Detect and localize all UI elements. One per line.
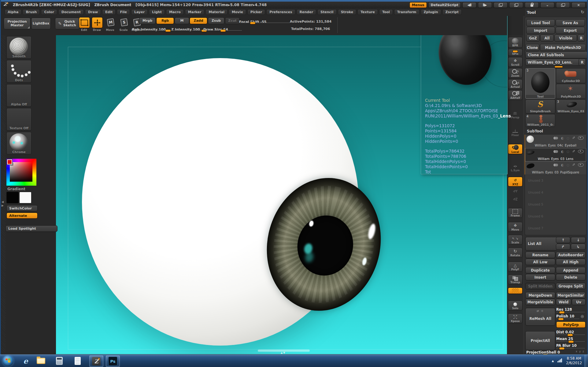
tray-close-arrow-icon[interactable]: ▶ [2,204,4,207]
append-button[interactable]: Append [556,267,586,273]
clone-all-subtools-button[interactable]: Clone All SubTools [525,51,588,58]
eye-icon[interactable] [578,163,584,167]
right-shelf-button[interactable]: x1 Actual [508,79,523,89]
rgb-button[interactable]: Rgb [156,17,174,24]
mrgb-button[interactable]: Mrgb [139,17,156,24]
draw-size-handle[interactable] [220,29,226,32]
menus-button[interactable]: Menus [409,2,427,8]
right-shelf-button[interactable]: Solo [508,301,523,310]
subtool-moveup-button[interactable]: ↱ [556,244,570,250]
right-shelf-button[interactable]: ↺ XYZ [508,177,523,187]
network-icon[interactable] [557,359,562,363]
zadd-button[interactable]: Zadd [190,17,207,24]
right-shelf-button[interactable]: Frame [508,208,523,218]
menu-item[interactable]: Preferences [266,9,295,15]
alternate-button[interactable]: Alternate [6,213,38,219]
menu-item[interactable]: Stroke [338,9,357,15]
arrange-windows-button[interactable] [494,2,508,8]
focal-shift-handle[interactable] [250,22,256,24]
switch-color-button[interactable]: SwitchColor [6,205,38,211]
right-shelf-button[interactable]: ↺Z [508,196,523,202]
taskbar-calculator[interactable] [53,355,66,366]
mergedown-button[interactable]: MergeDown [525,292,555,298]
tray-expand-icon[interactable]: ▲ [552,359,554,362]
zcut-button[interactable]: Zcut [225,17,240,24]
right-shelf-button[interactable]: Transp [508,275,523,284]
shelf-scroll-right-button[interactable]: ⫴▶ [478,2,492,8]
uv-button[interactable]: Uv [572,299,586,305]
scale-button[interactable]: S [119,17,128,27]
subtool-item[interactable]: ◐ ○ ✎ William_Eyes_04c_Eyeball [525,135,586,148]
taskbar-internet-explorer[interactable]: e [19,355,32,366]
taskbar-notepad[interactable] [71,355,84,366]
tray-open-arrow-icon[interactable]: ◀ [2,200,4,203]
polish-slider[interactable]: Polish 10 [556,314,579,320]
simplebrush-thumbnail[interactable]: S SimpleBrush [525,99,555,113]
halfvis-icon[interactable]: ◐ [561,163,564,167]
import-button[interactable]: Import [526,27,555,34]
current-brush-thumbnail[interactable]: Smooth [6,36,31,59]
eye-icon[interactable] [578,136,584,140]
gradient-label[interactable]: Gradient [7,187,25,191]
list-all-button[interactable]: List All [525,237,557,250]
menu-item[interactable]: Texture [357,9,378,15]
goz-visible-button[interactable]: Visible [554,35,577,42]
brush-icon[interactable]: ✎ [572,149,575,154]
taskbar-zbrush[interactable]: Z [89,355,103,367]
start-button[interactable] [2,355,13,366]
right-shelf-button[interactable]: Scale [508,235,523,245]
projection-master-button[interactable]: Projection Master [4,18,31,29]
menu-item[interactable]: Draw [85,9,101,15]
show-desktop-button[interactable] [585,355,588,367]
polypaint-icon[interactable] [553,150,558,153]
menu-item[interactable]: Stencil [317,9,337,15]
edit-button[interactable] [79,17,90,28]
subtool-movedown-button[interactable]: ↳ [571,244,586,250]
right-shelf-button[interactable]: ↖↗ ↙↘ Xpose [508,313,523,323]
left-tray-divider[interactable]: ◀ ▶ [1,35,6,354]
export-button[interactable]: Export [556,27,585,34]
mean-slider[interactable]: Mean 25 [556,337,585,343]
insert-button[interactable]: Insert [525,274,555,280]
load-spotlight-button[interactable]: Load Spotlight [6,225,57,232]
eyeball-model[interactable] [82,58,359,346]
polymesh3d-thumbnail[interactable]: ✶ PolyMesh3D [556,84,586,99]
subtool-item[interactable]: ◐ ○ ✎ Unused 5 [525,199,586,211]
pa-blur-slider[interactable]: PA Blur 10 [556,343,585,350]
menu-item[interactable]: Layer [131,9,148,15]
subtool-header[interactable]: SubTool [527,129,543,133]
right-shelf-button[interactable]: SPix [508,49,523,56]
right-shelf-button[interactable]: ⇅ Zoom [508,68,523,78]
draw-button[interactable] [92,17,103,28]
main-color-swatch[interactable] [6,192,19,203]
right-shelf-button[interactable]: BPR [508,37,523,48]
right-shelf-button[interactable]: △ PolyF [508,262,523,272]
menu-item[interactable]: Macro [166,9,184,15]
right-shelf-button[interactable]: Scroll [508,57,523,67]
polypaint-icon[interactable] [553,164,558,166]
rgb-intensity-handle[interactable] [165,29,171,32]
menu-item[interactable]: Color [41,9,57,15]
canvas-scroll-arrows-icon[interactable]: ▲▼ [281,351,286,354]
minimize-button[interactable]: ⌄ [540,2,554,8]
delete-button[interactable]: Delete [556,274,586,280]
menu-item[interactable]: Marker [185,9,205,15]
reset-icon[interactable]: ↻ [581,9,584,14]
menu-item[interactable]: Light [149,9,165,15]
cylinder3d-thumbnail[interactable]: Cylinder3D [556,68,586,83]
arrange-windows-button-2[interactable] [509,2,523,8]
duplicate-button[interactable]: Duplicate [525,267,555,273]
quick-sketch-button[interactable]: ✎ Quick Sketch [55,18,80,29]
menu-item[interactable]: Document [58,9,84,15]
active-tool-thumbnail[interactable]: 3 Tool [525,68,555,99]
vis-icon[interactable]: ○ [567,150,569,153]
goz-r-button[interactable]: R [578,35,585,42]
goz-button[interactable]: GoZ [526,35,540,42]
secondary-color-swatch[interactable] [19,192,31,203]
zsub-button[interactable]: Zsub [208,17,224,24]
william-2011-thumbnail[interactable]: 4 William_2011_0: [525,114,555,127]
current-texture-thumbnail[interactable]: Texture Off [6,108,31,131]
m-button[interactable]: M [175,17,189,24]
subtool-item[interactable]: ◐ ○ ✎ Unused 6 [525,211,586,223]
menu-item[interactable]: Zplugin [421,9,441,15]
